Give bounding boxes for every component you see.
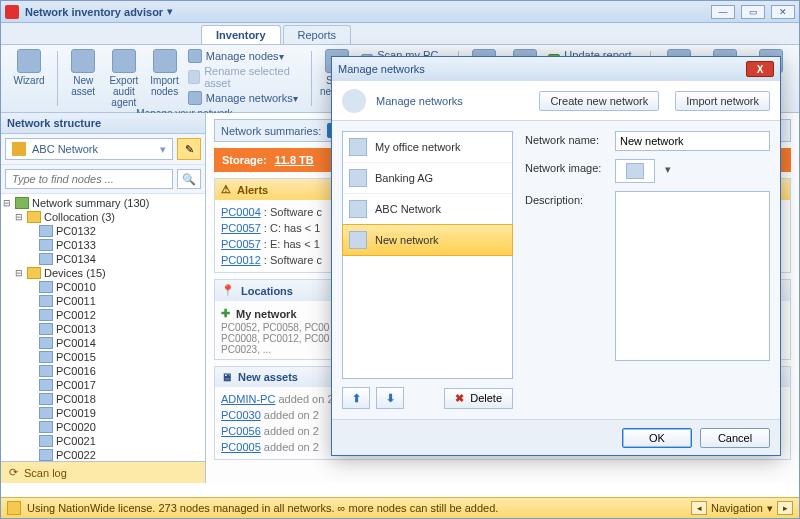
tree-node[interactable]: PC0013: [1, 322, 205, 336]
location-icon: 📍: [221, 284, 235, 297]
import-nodes-icon: [153, 49, 177, 73]
tab-inventory[interactable]: Inventory: [201, 25, 281, 44]
alert-link[interactable]: PC0057: [221, 222, 261, 234]
warning-icon: ⚠: [221, 183, 231, 196]
move-up-button[interactable]: ⬆: [342, 387, 370, 409]
window-close-button[interactable]: ✕: [771, 5, 795, 19]
wizard-icon: [17, 49, 41, 73]
manage-networks-button[interactable]: Manage networks ▾: [188, 91, 303, 105]
image-label: Network image:: [525, 159, 607, 174]
alert-link[interactable]: PC0057: [221, 238, 261, 250]
tree-node[interactable]: ⊟Network summary (130): [1, 196, 205, 210]
tree-node[interactable]: PC0022: [1, 448, 205, 461]
network-list-item[interactable]: ABC Network: [343, 194, 512, 225]
asset-link[interactable]: PC0030: [221, 409, 261, 421]
tree-node[interactable]: PC0015: [1, 350, 205, 364]
name-label: Network name:: [525, 131, 607, 146]
dialog-titlebar: Manage networks X: [332, 57, 780, 81]
manage-nodes-icon: [188, 49, 202, 63]
tree-node[interactable]: PC0016: [1, 364, 205, 378]
network-list[interactable]: My office networkBanking AGABC NetworkNe…: [342, 131, 513, 379]
tree-node[interactable]: PC0134: [1, 252, 205, 266]
license-icon: [7, 501, 21, 515]
dialog-header-label: Manage networks: [376, 95, 463, 107]
highlight-button[interactable]: ✎: [177, 138, 201, 160]
tree-node[interactable]: ⊟Devices (15): [1, 266, 205, 280]
storage-value[interactable]: 11.8 TB: [275, 154, 314, 166]
plus-icon: ✚: [221, 307, 230, 320]
window-maximize-button[interactable]: ▭: [741, 5, 765, 19]
nav-next-button[interactable]: ▸: [777, 501, 793, 515]
tree-node[interactable]: PC0020: [1, 420, 205, 434]
dialog-footer: OK Cancel: [332, 419, 780, 455]
dialog-title: Manage networks: [338, 63, 425, 75]
network-icon: [12, 142, 26, 156]
tree-node[interactable]: PC0019: [1, 406, 205, 420]
network-selector-label: ABC Network: [32, 143, 98, 155]
dialog-header: Manage networks Create new network Impor…: [332, 81, 780, 121]
app-icon: [5, 5, 19, 19]
tree-node[interactable]: ⊟Collocation (3): [1, 210, 205, 224]
network-form: Network name: Network image: ▾ Descripti…: [525, 131, 770, 409]
tree-node[interactable]: PC0021: [1, 434, 205, 448]
title-bar: Network inventory advisor ▾ — ▭ ✕: [1, 1, 799, 23]
search-input[interactable]: [5, 169, 173, 189]
tree-node[interactable]: PC0010: [1, 280, 205, 294]
tree-node[interactable]: PC0011: [1, 294, 205, 308]
chevron-down-icon[interactable]: ▾: [663, 159, 671, 176]
export-agent-button[interactable]: Export audit agent: [107, 49, 142, 108]
network-item-icon: [349, 169, 367, 187]
new-asset-button[interactable]: New asset: [66, 49, 101, 97]
asset-link[interactable]: PC0005: [221, 441, 261, 453]
tree-node[interactable]: PC0017: [1, 378, 205, 392]
network-selector[interactable]: ABC Network ▾: [5, 138, 173, 160]
tab-reports[interactable]: Reports: [283, 25, 352, 44]
cancel-button[interactable]: Cancel: [700, 428, 770, 448]
network-list-item[interactable]: New network: [342, 224, 513, 256]
export-agent-icon: [112, 49, 136, 73]
wizard-button[interactable]: Wizard: [9, 49, 49, 86]
asset-link[interactable]: PC0056: [221, 425, 261, 437]
network-structure-header: Network structure: [1, 113, 205, 134]
tree-node[interactable]: PC0018: [1, 392, 205, 406]
left-pane: Network structure ABC Network ▾ ✎ 🔍 ⊟Net…: [1, 113, 206, 483]
tree-node[interactable]: PC0014: [1, 336, 205, 350]
status-text: Using NationWide license. 273 nodes mana…: [27, 502, 498, 514]
network-image-icon: [626, 163, 644, 179]
ok-button[interactable]: OK: [622, 428, 692, 448]
app-title: Network inventory advisor: [25, 6, 163, 18]
alert-link[interactable]: PC0004: [221, 206, 261, 218]
network-image-picker[interactable]: [615, 159, 655, 183]
search-button[interactable]: 🔍: [177, 169, 201, 189]
asset-link[interactable]: ADMIN-PC: [221, 393, 275, 405]
description-input[interactable]: [615, 191, 770, 361]
tree-node[interactable]: PC0133: [1, 238, 205, 252]
dialog-close-button[interactable]: X: [746, 61, 774, 77]
move-down-button[interactable]: ⬇: [376, 387, 404, 409]
manage-networks-icon: [188, 91, 202, 105]
create-network-button[interactable]: Create new network: [539, 91, 659, 111]
scan-log-button[interactable]: ⟳ Scan log: [1, 461, 205, 483]
navigation-menu[interactable]: ◂ Navigation ▾ ▸: [691, 501, 793, 515]
tree-node[interactable]: PC0132: [1, 224, 205, 238]
title-dropdown-icon[interactable]: ▾: [167, 5, 173, 18]
manage-nodes-button[interactable]: Manage nodes ▾: [188, 49, 303, 63]
rename-asset-button[interactable]: Rename selected asset: [188, 65, 303, 89]
delete-network-button[interactable]: ✖Delete: [444, 388, 513, 409]
summaries-label: Network summaries:: [221, 125, 321, 137]
scan-log-icon: ⟳: [9, 466, 18, 479]
networks-icon: [342, 89, 366, 113]
chevron-down-icon: ▾: [767, 502, 773, 515]
network-list-item[interactable]: My office network: [343, 132, 512, 163]
window-minimize-button[interactable]: —: [711, 5, 735, 19]
import-nodes-button[interactable]: Import nodes: [147, 49, 182, 97]
tree-node[interactable]: PC0012: [1, 308, 205, 322]
network-list-item[interactable]: Banking AG: [343, 163, 512, 194]
nav-prev-button[interactable]: ◂: [691, 501, 707, 515]
network-name-input[interactable]: [615, 131, 770, 151]
alert-link[interactable]: PC0012: [221, 254, 261, 266]
network-list-panel: My office networkBanking AGABC NetworkNe…: [342, 131, 513, 409]
delete-icon: ✖: [455, 392, 464, 405]
import-network-button[interactable]: Import network: [675, 91, 770, 111]
network-tree[interactable]: ⊟Network summary (130)⊟Collocation (3)PC…: [1, 194, 205, 461]
